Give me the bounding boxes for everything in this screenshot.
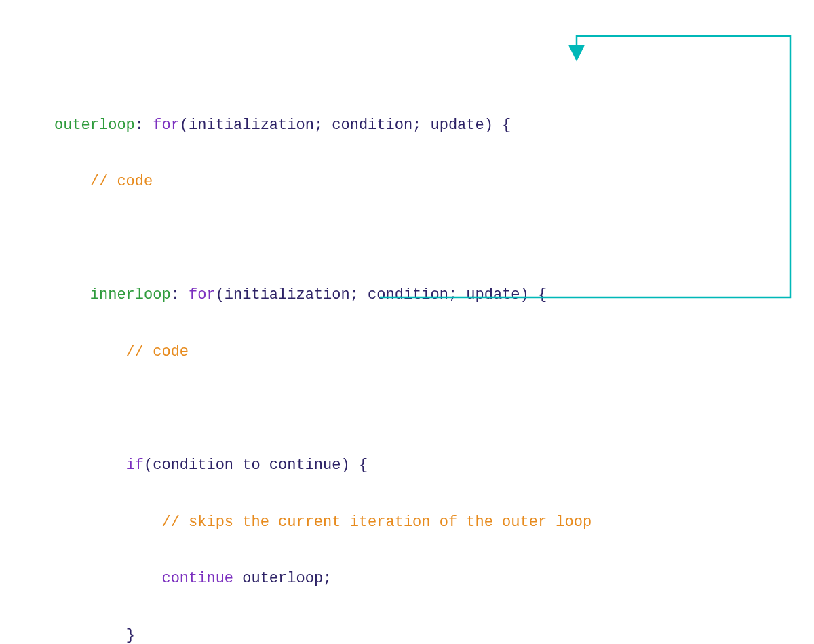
code-diagram: outerloop: for(initialization; condition… — [54, 54, 800, 644]
for-keyword: for — [189, 286, 216, 303]
for-args: (initialization; condition; update) { — [180, 117, 511, 134]
close-brace: } — [126, 627, 135, 644]
code-line-10: } — [54, 622, 800, 644]
code-line-9: continue outerloop; — [54, 565, 800, 593]
code-line-1: outerloop: for(initialization; condition… — [54, 111, 800, 140]
for-keyword: for — [153, 117, 180, 134]
code-line-2: // code — [54, 168, 800, 196]
comment: // skips the current iteration of the ou… — [161, 514, 592, 531]
code-line-7: if(condition to continue) { — [54, 451, 800, 480]
continue-target: outerloop; — [242, 570, 332, 587]
code-line-3 — [54, 225, 800, 253]
code-line-8: // skips the current iteration of the ou… — [54, 508, 800, 537]
comment: // code — [126, 343, 189, 360]
if-keyword: if — [126, 457, 144, 474]
code-line-6 — [54, 395, 800, 423]
for-args: (initialization; condition; update) { — [216, 286, 547, 303]
continue-keyword: continue — [161, 570, 233, 587]
if-args: (condition to continue) { — [144, 457, 368, 474]
inner-label: innerloop — [90, 286, 171, 303]
code-line-4: innerloop: for(initialization; condition… — [54, 281, 800, 309]
comment: // code — [90, 173, 153, 190]
code-line-5: // code — [54, 338, 800, 366]
colon: : — [171, 286, 189, 303]
outer-label: outerloop — [54, 117, 135, 134]
colon: : — [135, 117, 153, 134]
